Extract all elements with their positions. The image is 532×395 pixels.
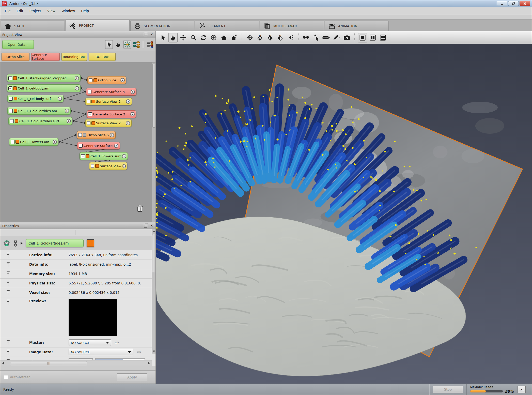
- node-cropped[interactable]: −Cell_1_stack-aligned_cropped›: [7, 74, 81, 82]
- render-canvas[interactable]: [156, 44, 532, 384]
- menu-project[interactable]: Project: [26, 8, 44, 14]
- white-viewer-toggle-icon[interactable]: [87, 100, 90, 103]
- perspective-view-button[interactable]: [245, 33, 254, 42]
- stop-button[interactable]: Stop: [433, 386, 463, 393]
- rotate-view-button[interactable]: [286, 33, 295, 42]
- node-chevron-icon[interactable]: ›: [130, 112, 135, 116]
- node-gensurf3[interactable]: −Generate Surface 3›: [86, 88, 136, 96]
- xz-view-button[interactable]: XZ: [265, 33, 275, 42]
- console-button[interactable]: >_: [518, 386, 526, 393]
- tab-segmentation[interactable]: SEGMENTATION: [130, 21, 194, 31]
- scroll-right-icon[interactable]: [148, 362, 150, 364]
- orange-viewer-toggle-icon[interactable]: [91, 100, 95, 103]
- scrollbar-thumb[interactable]: [152, 64, 155, 128]
- tab-multiplanar[interactable]: MULTIPLANAR: [260, 21, 324, 31]
- collapse-icon[interactable]: −: [9, 97, 13, 101]
- set-home-view-button[interactable]: [229, 33, 239, 42]
- layout-columns-button[interactable]: [368, 33, 377, 42]
- menu-edit[interactable]: Edit: [14, 8, 26, 14]
- collapse-icon[interactable]: −: [11, 140, 14, 144]
- close-panel-icon[interactable]: ✕: [150, 33, 153, 36]
- master-dropdown[interactable]: NO SOURCE: [69, 339, 111, 346]
- node-chevron-icon[interactable]: ›: [53, 140, 57, 144]
- apply-button[interactable]: Apply: [117, 373, 147, 381]
- selected-object-name[interactable]: Cell_1_GoldPartides.am: [26, 239, 84, 247]
- auto-refresh-checkbox[interactable]: [4, 375, 8, 379]
- gray-viewer-toggle-icon[interactable]: [83, 133, 86, 137]
- menu-help[interactable]: Help: [78, 8, 92, 14]
- orange-viewer-toggle-icon[interactable]: [14, 109, 17, 113]
- tab-animation[interactable]: ANIMATION: [325, 21, 389, 31]
- node-ortho5[interactable]: Ortho Slice 5›: [77, 131, 116, 139]
- orange-viewer-toggle-icon[interactable]: [13, 86, 17, 90]
- node-celbody_surf[interactable]: −Cell_1_cel-body.surf›: [7, 95, 64, 102]
- annotate-tool-button[interactable]: [332, 33, 341, 42]
- node-surfview[interactable]: Surface View›: [89, 162, 127, 170]
- node-celbody_am[interactable]: −Cell_1_cel-body.am›: [7, 84, 81, 92]
- orange-viewer-toggle-icon[interactable]: [93, 78, 97, 82]
- scroll-down-icon[interactable]: [153, 351, 155, 352]
- magic-wand-button[interactable]: [312, 33, 321, 42]
- bounding-box-module-button[interactable]: Bounding Box: [61, 53, 87, 61]
- white-viewer-toggle-icon[interactable]: [91, 164, 94, 168]
- connect-arrow-icon[interactable]: ⇨: [137, 350, 141, 355]
- node-gold_am[interactable]: −Cell_1_GoldPartides.am›: [7, 107, 71, 115]
- collapse-icon[interactable]: −: [8, 86, 12, 90]
- node-chevron-icon[interactable]: ›: [126, 121, 130, 125]
- menu-view[interactable]: View: [44, 8, 58, 14]
- node-chevron-icon[interactable]: ›: [58, 97, 62, 101]
- pointer-tool-button[interactable]: [105, 40, 113, 49]
- node-surfview2[interactable]: Surface View 2›: [85, 119, 132, 127]
- properties-hscrollbar[interactable]: |||: [0, 360, 152, 366]
- pin-icon[interactable]: [6, 261, 12, 267]
- node-chevron-icon[interactable]: ›: [75, 86, 79, 90]
- white-viewer-toggle-icon[interactable]: [78, 133, 82, 137]
- scroll-left-icon[interactable]: [2, 362, 4, 364]
- roi-box-module-button[interactable]: ROI Box: [89, 53, 116, 61]
- collapse-icon[interactable]: −: [8, 76, 12, 80]
- orange-viewer-toggle-icon[interactable]: [86, 154, 89, 158]
- white-viewer-toggle-icon[interactable]: [89, 78, 92, 82]
- restore-button[interactable]: [508, 1, 519, 6]
- trash-icon[interactable]: [136, 204, 144, 212]
- generate-surface-module-button[interactable]: Generate Surface: [31, 53, 60, 61]
- title-bar[interactable]: An Amira - Cell_1.hx: [0, 0, 532, 7]
- node-gensurf[interactable]: −Generate Surface›: [77, 142, 120, 149]
- image-data-dropdown[interactable]: NO SOURCE: [69, 349, 133, 355]
- hscrollbar-thumb[interactable]: |||: [11, 361, 87, 365]
- tree-view-button[interactable]: [133, 40, 140, 49]
- scroll-up-icon[interactable]: [153, 230, 155, 232]
- translate-tool-button[interactable]: [179, 33, 188, 42]
- seek-tool-button[interactable]: [209, 33, 218, 42]
- color-swatch[interactable]: [87, 239, 94, 247]
- zoom-tool-button[interactable]: [189, 33, 198, 42]
- orange-viewer-toggle-icon[interactable]: [95, 164, 99, 168]
- node-chevron-icon[interactable]: ›: [126, 99, 130, 104]
- orange-viewer-toggle-icon[interactable]: [15, 119, 18, 123]
- float-panel-icon[interactable]: [144, 33, 147, 36]
- layout-rows-button[interactable]: [378, 33, 387, 42]
- measure-tool-button[interactable]: [322, 33, 331, 42]
- ortho-slice-module-button[interactable]: Ortho Slice: [2, 53, 29, 61]
- collapse-icon[interactable]: −: [9, 109, 13, 113]
- pan-tool-button[interactable]: [168, 33, 178, 42]
- node-chevron-icon[interactable]: ›: [122, 154, 126, 158]
- close-button[interactable]: [520, 1, 530, 6]
- node-surfview3[interactable]: Surface View 3›: [85, 98, 132, 105]
- node-chevron-icon[interactable]: ›: [110, 133, 114, 137]
- node-towers_surf[interactable]: −Cell_1_Towers.surf›: [80, 152, 128, 160]
- expander-icon[interactable]: [21, 242, 23, 245]
- pin-icon[interactable]: [6, 271, 12, 277]
- menu-file[interactable]: File: [2, 8, 14, 14]
- close-panel-icon[interactable]: ✕: [150, 224, 153, 227]
- interact-tool-button[interactable]: [123, 40, 131, 49]
- pin-icon[interactable]: [6, 349, 12, 355]
- node-chevron-icon[interactable]: ›: [75, 76, 79, 80]
- node-chevron-icon[interactable]: ›: [65, 109, 69, 113]
- orange-viewer-toggle-icon[interactable]: [14, 97, 17, 100]
- connect-arrow-icon[interactable]: ⇨: [115, 340, 119, 345]
- white-viewer-toggle-icon[interactable]: [87, 121, 90, 125]
- open-data-button[interactable]: Open Data...: [2, 40, 34, 49]
- node-chevron-icon[interactable]: ›: [131, 90, 135, 94]
- pin-icon[interactable]: [6, 340, 12, 346]
